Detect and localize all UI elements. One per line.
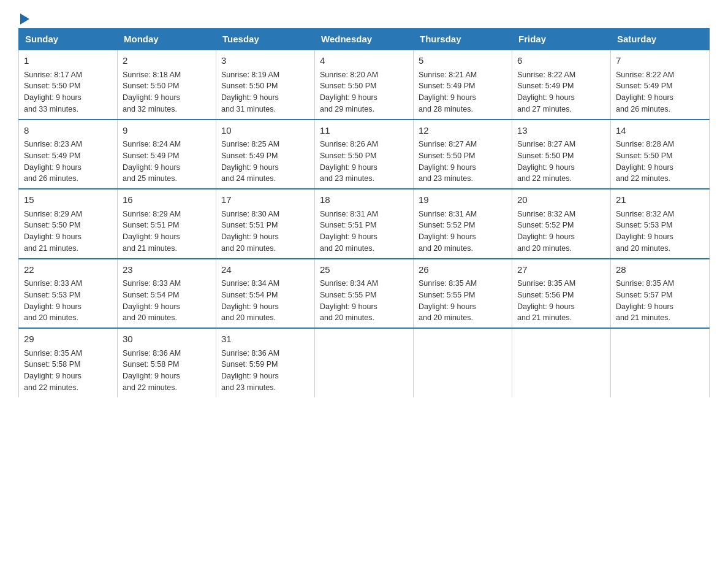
daylight-info: Daylight: 9 hours [419,232,476,241]
day-number: 24 [221,263,309,277]
daylight-and: and 24 minutes. [221,174,276,183]
sunset-info: Sunset: 5:51 PM [221,221,278,229]
daylight-info: Daylight: 9 hours [24,93,82,102]
calendar-week-row: 29 Sunrise: 8:35 AM Sunset: 5:58 PM Dayl… [19,328,710,397]
day-number: 26 [419,263,507,277]
weekday-header: Tuesday [216,29,315,50]
daylight-info: Daylight: 9 hours [517,232,575,241]
weekday-header: Sunday [19,29,118,50]
daylight-and: and 26 minutes. [24,174,78,183]
sunset-info: Sunset: 5:55 PM [419,291,475,299]
sunrise-info: Sunrise: 8:35 AM [419,279,477,288]
calendar-cell: 10 Sunrise: 8:25 AM Sunset: 5:49 PM Dayl… [216,120,315,190]
day-number: 3 [221,54,309,68]
calendar-cell: 19 Sunrise: 8:31 AM Sunset: 5:52 PM Dayl… [414,189,512,259]
day-number: 1 [24,54,112,68]
daylight-and: and 27 minutes. [517,105,572,113]
sunset-info: Sunset: 5:52 PM [517,221,574,229]
calendar-cell: 14 Sunrise: 8:28 AM Sunset: 5:50 PM Dayl… [611,120,710,190]
day-number: 21 [616,193,704,207]
sunrise-info: Sunrise: 8:34 AM [320,279,378,288]
daylight-info: Daylight: 9 hours [616,93,673,102]
daylight-and: and 20 minutes. [24,313,78,322]
weekday-header: Wednesday [315,29,414,50]
daylight-and: and 20 minutes. [419,313,473,322]
sunrise-info: Sunrise: 8:20 AM [320,71,378,79]
sunset-info: Sunset: 5:49 PM [419,82,475,90]
logo [18,12,29,22]
daylight-and: and 20 minutes. [320,244,374,253]
day-number: 14 [616,124,704,138]
page-header [18,12,710,22]
daylight-and: and 23 minutes. [221,383,276,392]
calendar-cell: 2 Sunrise: 8:18 AM Sunset: 5:50 PM Dayli… [118,50,216,120]
calendar-cell: 24 Sunrise: 8:34 AM Sunset: 5:54 PM Dayl… [216,259,315,329]
sunset-info: Sunset: 5:49 PM [24,151,80,160]
daylight-and: and 20 minutes. [616,244,670,253]
day-number: 8 [24,124,112,138]
sunrise-info: Sunrise: 8:23 AM [24,140,82,148]
daylight-info: Daylight: 9 hours [320,93,377,102]
sunrise-info: Sunrise: 8:22 AM [616,71,674,79]
sunrise-info: Sunrise: 8:35 AM [616,279,674,288]
day-number: 31 [221,332,309,347]
daylight-info: Daylight: 9 hours [221,232,279,241]
calendar-cell: 17 Sunrise: 8:30 AM Sunset: 5:51 PM Dayl… [216,189,315,259]
sunrise-info: Sunrise: 8:34 AM [221,279,279,288]
daylight-info: Daylight: 9 hours [123,93,180,102]
sunset-info: Sunset: 5:50 PM [320,151,376,160]
day-number: 13 [517,124,605,138]
sunrise-info: Sunrise: 8:32 AM [517,210,575,218]
calendar-cell [414,328,512,397]
day-number: 30 [123,332,211,347]
sunrise-info: Sunrise: 8:35 AM [517,279,575,288]
day-number: 7 [616,54,704,68]
daylight-and: and 20 minutes. [517,244,572,253]
daylight-info: Daylight: 9 hours [419,302,476,311]
sunrise-info: Sunrise: 8:28 AM [616,140,674,148]
daylight-info: Daylight: 9 hours [123,302,180,311]
day-number: 22 [24,263,112,277]
calendar-cell [512,328,611,397]
sunset-info: Sunset: 5:50 PM [616,151,672,160]
sunset-info: Sunset: 5:49 PM [517,82,574,90]
sunset-info: Sunset: 5:53 PM [616,221,672,229]
sunset-info: Sunset: 5:50 PM [24,82,80,90]
sunrise-info: Sunrise: 8:36 AM [123,349,181,358]
calendar-cell: 25 Sunrise: 8:34 AM Sunset: 5:55 PM Dayl… [315,259,414,329]
daylight-and: and 21 minutes. [517,313,572,322]
daylight-and: and 21 minutes. [24,244,78,253]
sunset-info: Sunset: 5:51 PM [320,221,376,229]
daylight-info: Daylight: 9 hours [24,163,82,172]
logo-triangle-icon [20,13,29,25]
daylight-and: and 25 minutes. [123,174,177,183]
daylight-and: and 33 minutes. [24,105,78,113]
day-number: 19 [419,193,507,207]
sunset-info: Sunset: 5:54 PM [221,291,278,299]
sunrise-info: Sunrise: 8:33 AM [24,279,82,288]
day-number: 25 [320,263,408,277]
daylight-info: Daylight: 9 hours [123,163,180,172]
daylight-and: and 26 minutes. [616,105,670,113]
daylight-info: Daylight: 9 hours [123,372,180,380]
calendar-cell: 12 Sunrise: 8:27 AM Sunset: 5:50 PM Dayl… [414,120,512,190]
calendar-cell: 1 Sunrise: 8:17 AM Sunset: 5:50 PM Dayli… [19,50,118,120]
daylight-and: and 29 minutes. [320,105,374,113]
daylight-and: and 23 minutes. [320,174,374,183]
calendar-cell: 16 Sunrise: 8:29 AM Sunset: 5:51 PM Dayl… [118,189,216,259]
calendar-cell: 11 Sunrise: 8:26 AM Sunset: 5:50 PM Dayl… [315,120,414,190]
weekday-header: Saturday [611,29,710,50]
sunset-info: Sunset: 5:50 PM [320,82,376,90]
day-number: 6 [517,54,605,68]
sunrise-info: Sunrise: 8:27 AM [517,140,575,148]
daylight-info: Daylight: 9 hours [517,302,575,311]
daylight-and: and 32 minutes. [123,105,177,113]
sunrise-info: Sunrise: 8:35 AM [24,349,82,358]
calendar-cell: 18 Sunrise: 8:31 AM Sunset: 5:51 PM Dayl… [315,189,414,259]
weekday-header: Friday [512,29,611,50]
sunset-info: Sunset: 5:50 PM [419,151,475,160]
daylight-info: Daylight: 9 hours [616,163,673,172]
sunset-info: Sunset: 5:50 PM [221,82,278,90]
sunset-info: Sunset: 5:49 PM [123,151,179,160]
calendar-cell: 3 Sunrise: 8:19 AM Sunset: 5:50 PM Dayli… [216,50,315,120]
